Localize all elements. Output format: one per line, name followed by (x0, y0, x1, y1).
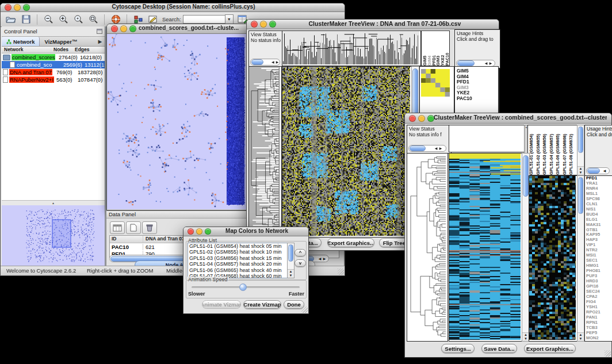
col-edges[interactable]: Edges (75, 47, 90, 53)
close-button[interactable] (111, 25, 118, 32)
attr-col-id[interactable]: ID (110, 236, 143, 243)
scrollbar-thumb[interactable] (578, 177, 583, 214)
network-row-2[interactable]: DNA and Tran 07769(0)183728(0) (2, 68, 105, 76)
scroll-left-icon[interactable]: ◀ (602, 168, 607, 173)
tv2-column-dendrogram-panel[interactable] (449, 125, 525, 152)
open-file-icon[interactable] (5, 14, 17, 25)
annotation-icon[interactable] (147, 14, 159, 25)
network-nodes-icon[interactable] (132, 14, 144, 25)
scrollbar-thumb[interactable] (251, 59, 263, 65)
close-button[interactable] (409, 115, 416, 122)
zoom-out-icon[interactable] (43, 14, 54, 25)
zoom-button[interactable] (205, 228, 211, 235)
minimize-button[interactable] (14, 4, 21, 11)
attribute-item-3[interactable]: GPL51-04 (GSM857) heat shock 20 min (189, 261, 288, 267)
tv2-status-hscrollbar[interactable]: ◀ ▶ (408, 145, 446, 152)
zoom-button[interactable] (427, 115, 434, 122)
tv1-titlebar[interactable]: ClusterMaker TreeView : DNA and Tran 07-… (247, 20, 499, 29)
zoom-in-icon[interactable] (58, 14, 69, 25)
attribute-list-vscrollbar[interactable]: ▲▼ (287, 243, 294, 278)
scroll-right-icon[interactable]: ▶ (322, 256, 327, 261)
attribute-item-0[interactable]: GPL51-01 (GSM854) heat shock 05 min (189, 243, 288, 249)
help-lifesaver-icon[interactable] (110, 14, 121, 25)
tv2-gene-label-31[interactable]: MON2 (586, 336, 612, 341)
minimize-button[interactable] (418, 115, 425, 122)
scrollbar-thumb[interactable] (457, 60, 475, 66)
col-nodes[interactable]: Nodes (53, 47, 75, 53)
birdseye-view[interactable] (2, 205, 104, 265)
scrollbar-thumb[interactable] (587, 168, 600, 174)
animate-vizmap-button[interactable]: Animate Vizmap (202, 300, 241, 309)
scrollbar-thumb[interactable] (523, 155, 529, 197)
tv1-status-hscrollbar[interactable]: ◀ ▶ (250, 59, 280, 66)
tv2-row-dendrogram[interactable] (407, 154, 446, 340)
scroll-right-icon[interactable]: ▶ (438, 146, 443, 151)
close-button[interactable] (188, 228, 194, 235)
attribute-item-2[interactable]: GPL51-03 (GSM856) heat shock 15 min (189, 255, 288, 261)
network-row-3[interactable]: RNAPuberNov2+I563(0)107847(0) (2, 76, 105, 83)
tab-vizmapper[interactable]: VizMapper™ (40, 37, 82, 46)
tv2-heatmap[interactable] (449, 154, 521, 340)
scroll-left-icon[interactable]: ◀ (434, 146, 438, 151)
col-network[interactable]: Network (2, 47, 53, 53)
search-dropdown-arrow-icon[interactable]: ▼ (225, 14, 234, 24)
scroll-left-icon[interactable]: ◀ (270, 60, 275, 64)
zoom-button[interactable] (23, 4, 30, 11)
dialog-titlebar[interactable]: Map Colors to Network (183, 227, 308, 236)
tv1-column-dendrogram[interactable] (282, 31, 419, 64)
attribute-item-4[interactable]: GPL51-06 (GSM865) heat shock 40 min (189, 267, 288, 273)
tv2-gene-list-vscrollbar[interactable]: ▲▼ (577, 175, 584, 342)
close-button[interactable] (5, 4, 12, 11)
network-window-titlebar[interactable]: combined_scores_good.txt--cluste... (107, 24, 248, 34)
scroll-right-icon[interactable]: ▶ (488, 61, 493, 66)
tv2-button-1[interactable]: Save Data... (481, 344, 517, 353)
tv2-button-0[interactable]: Settings... (441, 344, 475, 353)
delete-attribute-icon[interactable] (142, 221, 157, 234)
network-row-1[interactable]: combined_sco2569(6)13112(15) (2, 61, 105, 68)
tv2-zoom-heatmap[interactable] (529, 176, 576, 340)
tv1-gene-label-5[interactable]: PAC10 (457, 96, 498, 102)
resize-grip[interactable] (338, 269, 344, 275)
save-icon[interactable] (20, 14, 32, 25)
tab-overflow-arrow[interactable]: ▶ (95, 37, 105, 46)
tv2-column-labels-vscrollbar[interactable]: ▲▼ (577, 125, 584, 175)
tv2-button-2[interactable]: Export Graphics... (524, 344, 576, 353)
close-button[interactable] (251, 21, 258, 28)
search-input[interactable] (183, 15, 225, 24)
zoom-button[interactable] (269, 21, 276, 28)
scroll-arrows[interactable]: ▲▼ (288, 269, 294, 278)
tv2-titlebar[interactable]: ClusterMaker TreeView : combined_scores_… (405, 113, 611, 124)
zoom-button[interactable] (129, 25, 136, 32)
scroll-right-icon[interactable]: ▶ (275, 60, 280, 64)
tv1-row-dendrogram[interactable] (249, 67, 280, 236)
attribute-item-1[interactable]: GPL51-02 (GSM855) heat shock 10 min (189, 249, 288, 255)
network-canvas[interactable] (107, 34, 247, 209)
zoom-fit-icon[interactable] (87, 14, 99, 25)
tv1-zoom-matrix[interactable] (421, 69, 450, 97)
tv1-heatmap[interactable] (282, 67, 410, 236)
main-titlebar[interactable]: Cytoscape Desktop (Session Name: collins… (1, 3, 345, 12)
attribute-select-icon[interactable] (110, 221, 125, 234)
scrollbar-thumb[interactable] (288, 244, 293, 262)
minimize-button[interactable] (196, 228, 202, 235)
network-row-0[interactable]: combined_scores2764(0)16218(0) (2, 53, 105, 61)
scroll-arrows[interactable]: ▲▼ (577, 332, 584, 341)
zoom-selected-icon[interactable] (72, 14, 84, 25)
scroll-left-icon[interactable]: ◀ (318, 256, 322, 261)
scrollbar-thumb[interactable] (578, 127, 583, 153)
scrollbar-thumb[interactable] (410, 145, 426, 151)
new-attribute-icon[interactable] (126, 221, 141, 234)
scroll-arrows[interactable]: ▲▼ (577, 166, 584, 175)
resize-grip[interactable] (301, 306, 308, 313)
minimize-button[interactable] (120, 25, 127, 32)
resize-grip[interactable] (605, 350, 611, 357)
minimize-button[interactable] (260, 21, 267, 28)
splitter-handle[interactable]: ▴ (2, 200, 105, 205)
tab-network[interactable]: Network (2, 37, 40, 46)
scroll-left-icon[interactable]: ◀ (484, 61, 488, 66)
speed-slider-thumb[interactable] (239, 283, 247, 291)
create-vizmap-button[interactable]: Create Vizmap (243, 300, 281, 309)
tv2-usage-hscrollbar[interactable]: ◀ (586, 167, 610, 174)
move-up-button[interactable]: ^ (294, 249, 306, 256)
float-panel-icon[interactable] (97, 29, 102, 34)
